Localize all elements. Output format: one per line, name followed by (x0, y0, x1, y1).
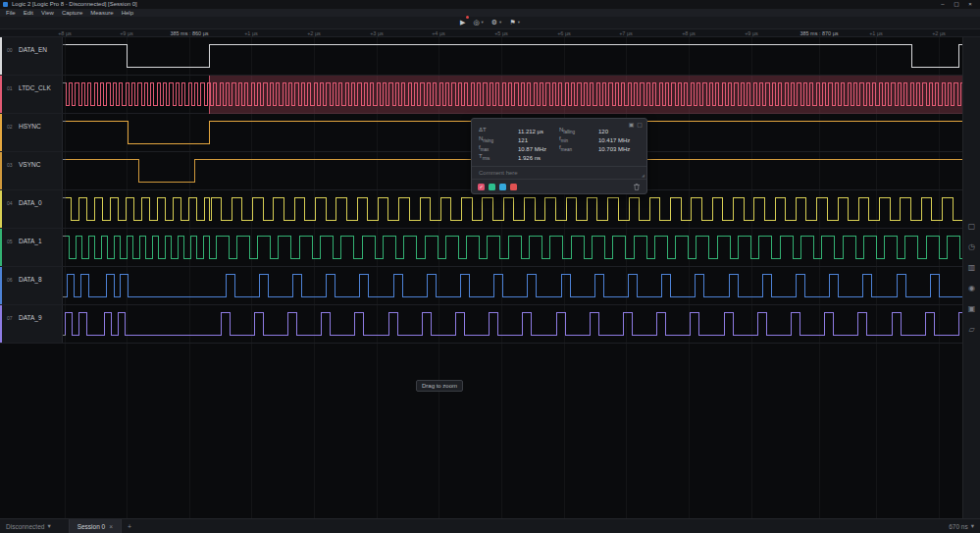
channel-waveform[interactable] (63, 37, 962, 76)
resize-handle-icon[interactable]: ◢ (642, 173, 645, 178)
channel-name: VSYNC (19, 161, 40, 168)
measurement-popup[interactable]: ▣ ▢ ΔT11.212 µs Nrising121 fmax10.87 MHz… (471, 118, 647, 194)
menu-capture[interactable]: Capture (58, 9, 86, 17)
metric-value: 11.212 µs (518, 129, 543, 134)
channel-label[interactable]: 01 LTDC_CLK (0, 76, 63, 113)
metric-value: 10.417 MHz (598, 137, 630, 143)
panel-icon[interactable]: ▢ (968, 223, 976, 231)
channel-name: HSYNC (19, 123, 41, 130)
channel-row[interactable]: 05 DATA_1 (0, 229, 962, 267)
ruler-minor-label: +2 µs (307, 30, 321, 36)
color-swatch[interactable] (499, 184, 506, 190)
channel-color-strip (0, 305, 2, 343)
analytics-icon[interactable]: ▥ (968, 264, 976, 272)
waveform-svg (63, 267, 962, 305)
channel-label[interactable]: 03 VSYNC (0, 152, 63, 189)
channel-index: 02 (7, 124, 13, 130)
record-icon[interactable]: ◉ (968, 285, 975, 293)
channel-row[interactable]: 07 DATA_9 (0, 305, 962, 344)
play-icon: ▶ (460, 17, 465, 28)
copy-icon[interactable]: ▣ (629, 121, 635, 128)
channel-color-strip (0, 152, 2, 189)
menu-measure[interactable]: Measure (86, 9, 117, 17)
initial-level-tick (63, 296, 66, 297)
color-swatch[interactable]: ✓ (478, 184, 485, 190)
add-session-button[interactable]: + (122, 523, 137, 530)
statusbar: Disconnected ▾ Session 0 × + 670 ns ▾ (0, 518, 980, 533)
start-capture-button[interactable]: ▶ (460, 17, 465, 28)
chevron-down-icon: ▾ (482, 17, 484, 28)
metric-label: fmax (479, 144, 518, 152)
initial-level-tick (63, 82, 66, 83)
channel-waveform[interactable] (63, 229, 962, 267)
channel-label[interactable]: 06 DATA_8 (0, 267, 63, 304)
delete-measurement-button[interactable] (633, 183, 641, 191)
timer-icon[interactable]: ◷ (968, 243, 975, 251)
notes-icon[interactable]: ▱ (968, 326, 974, 334)
ruler-minor-label: +8 µs (682, 30, 696, 36)
ruler-major-label: 385 ms : 870 µs (799, 30, 838, 36)
close-tab-icon[interactable]: × (109, 523, 113, 530)
drag-to-zoom-hint: Drag to zoom (416, 380, 463, 392)
ruler-minor-label: +6 µs (557, 30, 571, 36)
menu-edit[interactable]: Edit (20, 9, 37, 17)
ruler-minor-label: +4 µs (432, 30, 445, 36)
channel-label[interactable]: 00 DATA_EN (0, 37, 63, 75)
chevron-down-icon: ▾ (499, 17, 501, 28)
layers-icon[interactable]: ▣ (968, 305, 976, 313)
menu-help[interactable]: Help (118, 9, 137, 17)
menu-file[interactable]: File (2, 9, 20, 17)
metric-value: 121 (518, 137, 528, 143)
waveform-svg (63, 229, 962, 267)
close-button[interactable]: × (963, 0, 977, 9)
popout-icon[interactable]: ▢ (637, 121, 643, 128)
channel-index: 03 (7, 162, 13, 168)
channel-label[interactable]: 04 DATA_0 (0, 190, 63, 228)
window-title: Logic 2 [Logic Pro 8 - Disconnected] [Se… (12, 0, 936, 9)
ruler-minor-label: +8 µs (58, 30, 72, 36)
channel-waveform[interactable] (63, 267, 962, 305)
trigger-button[interactable]: ⚑ ▾ (509, 17, 520, 28)
timing-display[interactable]: 670 ns ▾ (943, 522, 980, 530)
channel-row[interactable]: 06 DATA_8 (0, 267, 962, 305)
capture-settings-button[interactable]: ⚙ ▾ (491, 17, 502, 28)
maximize-button[interactable]: ▢ (950, 0, 963, 9)
color-swatch[interactable] (510, 184, 517, 190)
menubar: File Edit View Capture Measure Help (0, 9, 980, 17)
device-status[interactable]: Disconnected ▾ (0, 522, 57, 530)
color-swatch[interactable] (489, 184, 495, 190)
channel-label[interactable]: 07 DATA_9 (0, 305, 63, 343)
channel-label[interactable]: 05 DATA_1 (0, 229, 63, 266)
metric-value: 120 (598, 129, 608, 134)
ruler-minor-label: +2 µs (932, 30, 946, 36)
session-tab[interactable]: Session 0 × (69, 519, 122, 533)
channel-waveform[interactable] (63, 190, 962, 229)
menu-view[interactable]: View (37, 9, 58, 17)
channel-color-strip (0, 267, 2, 304)
channel-index: 00 (7, 47, 13, 53)
comment-placeholder: Comment here (479, 170, 518, 176)
metric-label: ΔT (479, 127, 518, 134)
titlebar: Logic 2 [Logic Pro 8 - Disconnected] [Se… (0, 0, 980, 9)
device-settings-button[interactable]: ◎ ▾ (473, 17, 483, 28)
ruler-minor-label: +5 µs (494, 30, 508, 36)
channel-color-strip (0, 37, 2, 75)
ruler-minor-label: +9 µs (120, 30, 133, 36)
channel-row[interactable]: 04 DATA_0 (0, 190, 962, 229)
metric-label: Nfalling (559, 127, 598, 134)
minimize-button[interactable]: – (936, 0, 950, 9)
waveform-svg (63, 305, 962, 344)
channel-waveform[interactable] (63, 305, 962, 344)
ruler-minor-label: +1 µs (869, 30, 883, 36)
ruler-minor-label: +7 µs (619, 30, 633, 36)
initial-level-tick (63, 197, 66, 198)
channel-waveform[interactable] (63, 76, 962, 114)
channel-row[interactable]: 01 LTDC_CLK (0, 76, 962, 114)
time-ruler[interactable]: +8 µs+9 µs385 ms : 860 µs+1 µs+2 µs+3 µs… (0, 29, 980, 37)
comment-input[interactable]: Comment here ◢ (472, 166, 646, 179)
channel-row[interactable]: 00 DATA_EN (0, 37, 962, 76)
metric-value: 10.703 MHz (598, 146, 630, 152)
toolbar: ▶ ◎ ▾ ⚙ ▾ ⚑ ▾ (0, 17, 980, 29)
logic2-app: Logic 2 [Logic Pro 8 - Disconnected] [Se… (0, 0, 980, 533)
channel-label[interactable]: 02 HSYNC (0, 114, 63, 151)
